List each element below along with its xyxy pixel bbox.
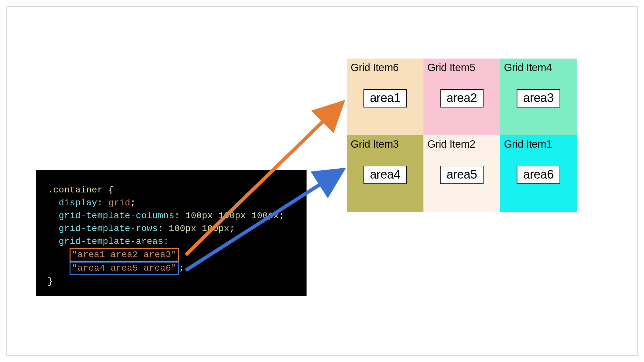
grid-cell-title: Grid Item3 — [351, 138, 420, 150]
code-prop-rows: grid-template-rows — [59, 224, 158, 234]
code-val-display: grid — [108, 198, 130, 208]
grid-cell-title: Grid Item1 — [504, 138, 573, 150]
grid-cell-area-label: area5 — [440, 166, 484, 184]
diagram-stage: .container { display: grid; grid-templat… — [6, 6, 638, 356]
grid-cell: Grid Item5 area2 — [423, 59, 500, 135]
grid-cell-title: Grid Item2 — [427, 138, 496, 150]
code-area-row2: "area4 area5 area6" — [72, 263, 176, 273]
code-area-row1: "area1 area2 area3" — [72, 250, 176, 260]
grid-cell: Grid Item2 area5 — [423, 135, 500, 212]
code-prop-cols: grid-template-columns — [59, 211, 174, 221]
grid-cell-title: Grid Item4 — [504, 62, 573, 73]
highlight-area-row2: "area4 area5 area6" — [70, 262, 179, 275]
code-selector: .container — [48, 185, 103, 195]
code-prop-areas: grid-template-areas — [59, 237, 163, 246]
highlight-area-row1: "area1 area2 area3" — [70, 248, 179, 262]
grid-cell-area-label: area6 — [517, 166, 560, 184]
grid-cell-area-label: area2 — [440, 89, 484, 107]
grid-cell-title: Grid Item6 — [351, 62, 420, 73]
code-prop-display: display — [59, 198, 97, 208]
grid-cell: Grid Item6 area1 — [347, 59, 423, 135]
close-brace: } — [48, 276, 53, 286]
grid-cell-area-label: area4 — [364, 166, 407, 184]
grid-demo: Grid Item6 area1 Grid Item5 area2 Grid I… — [347, 59, 577, 212]
grid-cell-title: Grid Item5 — [427, 62, 496, 73]
css-code-block: .container { display: grid; grid-templat… — [36, 170, 307, 296]
grid-cell-area-label: area1 — [364, 89, 407, 107]
grid-cell-area-label: area3 — [517, 89, 560, 107]
grid-cell: Grid Item1 area6 — [500, 135, 577, 212]
grid-cell: Grid Item3 area4 — [347, 135, 423, 212]
grid-cell: Grid Item4 area3 — [500, 59, 577, 135]
open-brace: { — [108, 185, 114, 195]
